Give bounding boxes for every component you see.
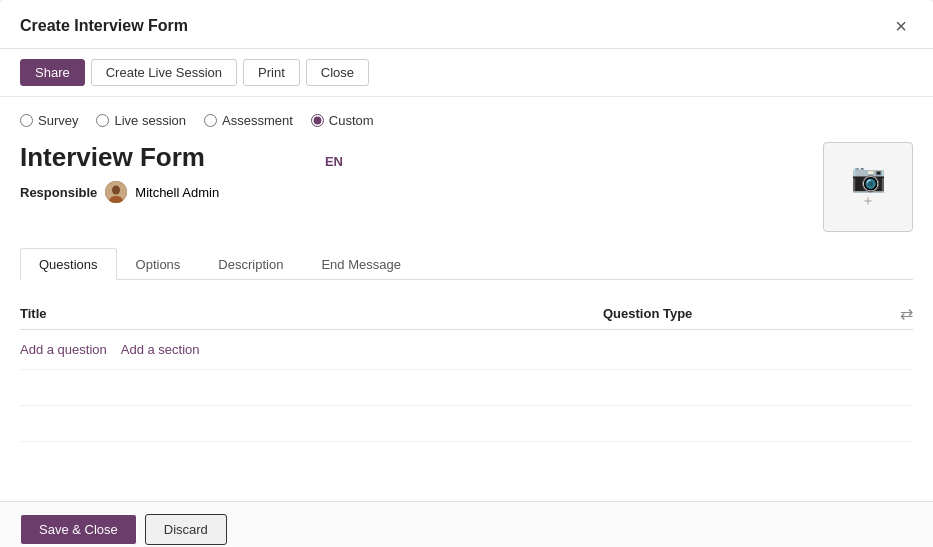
modal-header: Create Interview Form × [0,0,933,49]
table-header: Title Question Type ⇄ [20,298,913,330]
sort-icon[interactable]: ⇄ [900,304,913,323]
col-type: Question Type [603,306,883,321]
save-close-button[interactable]: Save & Close [20,514,137,545]
modal-title: Create Interview Form [20,17,188,35]
tab-description[interactable]: Description [199,248,302,280]
radio-assessment[interactable]: Assessment [204,113,293,128]
close-button[interactable]: Close [306,59,369,86]
form-photo-col: 📷 ＋ [823,142,913,232]
tab-options[interactable]: Options [117,248,200,280]
form-type-radio-group: Survey Live session Assessment Custom [20,113,913,128]
responsible-label: Responsible [20,185,97,200]
col-title: Title [20,306,603,321]
svg-point-1 [112,186,120,195]
add-question-button[interactable]: Add a question [20,342,107,357]
empty-row-1 [20,369,913,405]
modal-footer: Save & Close Discard [0,501,933,547]
radio-survey[interactable]: Survey [20,113,78,128]
empty-row-2 [20,405,913,441]
lang-badge[interactable]: EN [325,154,343,169]
discard-button[interactable]: Discard [145,514,227,545]
add-links-row: Add a question Add a section [20,338,913,361]
responsible-row: Responsible Mitchell Admin [20,181,823,203]
add-photo-icon: ＋ [861,192,875,210]
form-area: Survey Live session Assessment Custom In… [0,97,933,501]
create-interview-modal: Create Interview Form × Share Create Liv… [0,0,933,547]
questions-table: Title Question Type ⇄ Add a question Add… [20,298,913,485]
col-actions: ⇄ [883,304,913,323]
camera-icon: 📷 [851,164,886,192]
form-title[interactable]: Interview Form [20,142,205,173]
add-section-button[interactable]: Add a section [121,342,200,357]
empty-rows [20,369,913,477]
empty-row-3 [20,441,913,477]
table-body: Add a question Add a section [20,330,913,485]
form-main-left: Interview Form EN Responsible Mitchell A… [20,142,823,209]
create-live-session-button[interactable]: Create Live Session [91,59,237,86]
form-top-row: Interview Form EN Responsible Mitchell A… [20,142,913,232]
toolbar: Share Create Live Session Print Close [0,49,933,97]
responsible-name: Mitchell Admin [135,185,219,200]
avatar [105,181,127,203]
form-image-placeholder[interactable]: 📷 ＋ [823,142,913,232]
tab-questions[interactable]: Questions [20,248,117,280]
print-button[interactable]: Print [243,59,300,86]
tab-end-message[interactable]: End Message [302,248,420,280]
radio-live-session[interactable]: Live session [96,113,186,128]
tabs-row: Questions Options Description End Messag… [20,248,913,280]
modal-close-button[interactable]: × [889,14,913,38]
share-button[interactable]: Share [20,59,85,86]
radio-custom[interactable]: Custom [311,113,374,128]
